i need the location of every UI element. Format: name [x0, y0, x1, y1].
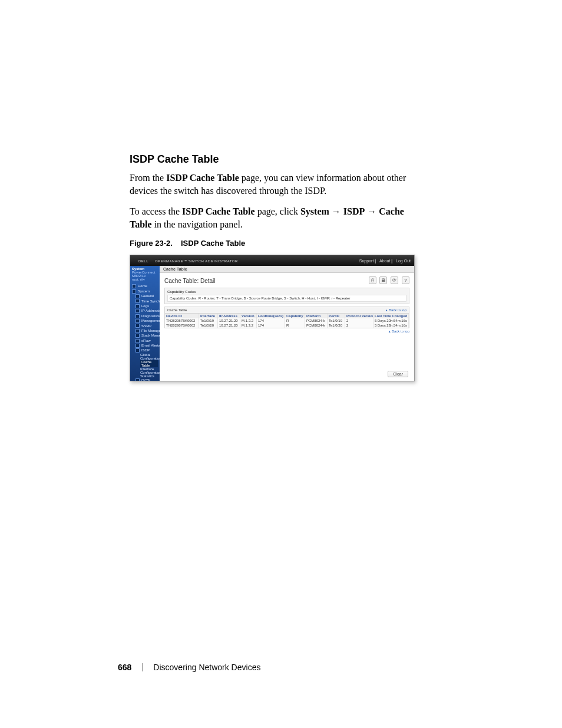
- figure-number: Figure 23-2.: [130, 239, 173, 248]
- cell: R: [285, 323, 305, 328]
- col-platform[interactable]: Platform: [305, 314, 328, 318]
- page-footer: 668 Discovering Network Devices: [118, 663, 260, 672]
- nav-isdp-iface[interactable]: Interface Configuration: [140, 367, 158, 374]
- print-icon[interactable]: [379, 276, 387, 284]
- nav-isdp-global[interactable]: Global Configuration: [140, 353, 158, 360]
- grid-titlebar: Cache Table Back to top: [164, 307, 409, 313]
- cell: 174: [257, 318, 285, 323]
- capability-box: Capability Codes Capability Codes: R - R…: [164, 288, 409, 304]
- figure-caption: Figure 23-2.ISDP Cache Table: [130, 239, 427, 248]
- cell: TN282987BK0002: [165, 318, 199, 323]
- col-deviceid[interactable]: Device ID: [165, 314, 199, 318]
- brand-logo: DELL OPENMANAGE™ SWITCH ADMINISTRATOR: [134, 258, 238, 263]
- table-row: TN282987BK0002 Te1/0/19 10.27.21.20 M.1.…: [165, 318, 409, 323]
- access-paragraph: To access the ISDP Cache Table page, cli…: [130, 205, 427, 230]
- col-protocol[interactable]: Protocol Version: [345, 314, 373, 318]
- capability-codes: Capability Codes: R - Router, T - Trans …: [167, 295, 406, 302]
- capability-label: Capability Codes: [167, 290, 406, 294]
- cell: PCM8024-k: [305, 318, 328, 323]
- app-topbar: DELL OPENMANAGE™ SWITCH ADMINISTRATOR Su…: [130, 255, 414, 266]
- footer-separator: [142, 663, 143, 671]
- cell: TN282987BK0002: [165, 323, 199, 328]
- nav-item-mgmtsec[interactable]: Management Security: [135, 318, 158, 323]
- brand-subtitle: OPENMANAGE™ SWITCH ADMINISTRATOR: [155, 259, 238, 263]
- cell: 2: [345, 318, 373, 323]
- help-icon[interactable]: [402, 276, 409, 284]
- col-interface[interactable]: Interface: [199, 314, 218, 318]
- col-capability[interactable]: Capability: [285, 314, 305, 318]
- nav-item-email[interactable]: Email Alerts: [135, 343, 158, 348]
- page-number: 668: [118, 663, 131, 672]
- access-mid1: page, click: [255, 206, 300, 216]
- access-arrow2: →: [365, 206, 379, 216]
- access-post: in the navigation panel.: [152, 219, 243, 229]
- cell: M.1.3.2: [240, 318, 257, 323]
- intro-bold-pagename: ISDP Cache Table: [166, 173, 239, 183]
- cell: 174: [257, 323, 285, 328]
- access-pre: To access the: [130, 206, 182, 216]
- nav-item-isdp[interactable]: ISDP: [135, 348, 158, 353]
- toolbar-icons: [367, 276, 409, 285]
- link-about[interactable]: About: [379, 259, 390, 263]
- access-arrow1: →: [329, 206, 343, 216]
- save-icon[interactable]: [369, 276, 376, 284]
- cell: 2: [345, 323, 373, 328]
- top-links: Support | About | Log Out: [357, 259, 411, 263]
- cell: 5 Days 23h:54m:16s: [373, 323, 409, 328]
- nav-item-stack[interactable]: Stack Management: [135, 333, 158, 338]
- cache-grid: Device ID Interface IP Address Version H…: [164, 313, 409, 328]
- cell: Te1/0/20: [199, 323, 218, 328]
- nav-isdp-cache-selected[interactable]: Cache Table: [140, 360, 158, 367]
- nav-item-iscsi[interactable]: iSCSI: [135, 378, 158, 381]
- grid-title: Cache Table: [167, 308, 187, 312]
- nav-item-diag[interactable]: Diagnostics: [135, 314, 158, 318]
- col-lastchanged[interactable]: Last Time Changed: [373, 314, 409, 318]
- cell: M.1.3.2: [240, 323, 257, 328]
- cell: Te1/0/19: [199, 318, 218, 323]
- intro-pre: From the: [130, 173, 166, 183]
- grid-header: Device ID Interface IP Address Version H…: [165, 314, 409, 318]
- access-page: ISDP Cache Table: [182, 206, 255, 216]
- cell: 10.27.21.20: [218, 323, 240, 328]
- cell: Te1/0/19: [328, 318, 345, 323]
- nav-item-time[interactable]: Time Synchronization: [135, 299, 158, 304]
- cell: 5 Days 23h:54m:16s: [373, 318, 409, 323]
- nav-sidebar: System PowerConnect M8024-k root, r/w Ho…: [130, 266, 160, 381]
- cell: 10.27.21.20: [218, 318, 240, 323]
- col-portid[interactable]: PortID: [328, 314, 345, 318]
- nav-item-file[interactable]: File Management: [135, 328, 158, 333]
- link-support[interactable]: Support: [359, 259, 374, 263]
- table-row: TN282987BK0002 Te1/0/20 10.27.21.20 M.1.…: [165, 323, 409, 328]
- intro-paragraph: From the ISDP Cache Table page, you can …: [130, 172, 427, 197]
- brand-text: DELL: [138, 259, 148, 263]
- nav-item-snmp[interactable]: SNMP: [135, 324, 158, 328]
- link-logout[interactable]: Log Out: [396, 259, 411, 263]
- main-panel: Cache Table Cache Table: Detail Capabili…: [160, 266, 414, 381]
- figure-title: ISDP Cache Table: [181, 239, 245, 248]
- back-to-top-link[interactable]: Back to top: [385, 308, 406, 312]
- access-system: System: [300, 206, 329, 216]
- col-version[interactable]: Version: [240, 314, 257, 318]
- embedded-screenshot: DELL OPENMANAGE™ SWITCH ADMINISTRATOR Su…: [130, 255, 415, 381]
- clear-button[interactable]: Clear: [388, 371, 408, 377]
- nav-system[interactable]: System: [132, 289, 158, 294]
- back-to-top-link-2[interactable]: Back to top: [388, 330, 409, 333]
- nav-item-sflow[interactable]: sFlow: [135, 338, 158, 343]
- access-isdp: ISDP: [343, 206, 365, 216]
- panel-title: Cache Table: Detail: [164, 278, 216, 284]
- chapter-title: Discovering Network Devices: [153, 663, 260, 672]
- col-holdtime[interactable]: Holdtime(secs): [257, 314, 285, 318]
- nav-item-ip[interactable]: IP Addressing: [135, 308, 158, 313]
- col-ip[interactable]: IP Address: [218, 314, 240, 318]
- nav-home[interactable]: Home: [132, 284, 158, 288]
- section-heading: ISDP Cache Table: [130, 153, 427, 166]
- active-tab[interactable]: Cache Table: [160, 266, 414, 273]
- cell: Te1/0/20: [328, 323, 345, 328]
- nav-item-general[interactable]: General: [135, 294, 158, 298]
- cell: R: [285, 318, 305, 323]
- nav-item-logs[interactable]: Logs: [135, 304, 158, 308]
- cell: PCM8024-k: [305, 323, 328, 328]
- nav-breadcrumb-2: PowerConnect M8024-k: [132, 271, 158, 278]
- refresh-icon[interactable]: [391, 276, 398, 284]
